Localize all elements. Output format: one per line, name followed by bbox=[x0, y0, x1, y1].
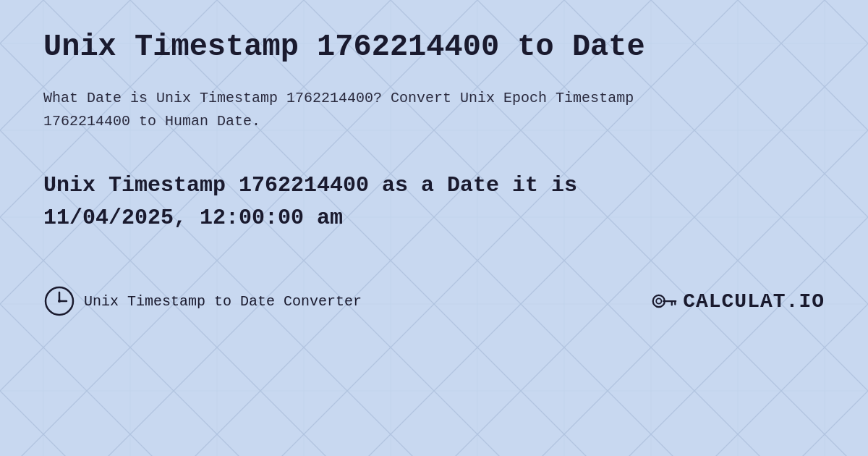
footer-link-label[interactable]: Unix Timestamp to Date Converter bbox=[84, 293, 362, 310]
page-title: Unix Timestamp 1762214400 to Date bbox=[43, 29, 825, 65]
result-section: Unix Timestamp 1762214400 as a Date it i… bbox=[43, 169, 825, 235]
footer-left[interactable]: Unix Timestamp to Date Converter bbox=[43, 285, 362, 317]
svg-point-13 bbox=[58, 300, 61, 303]
logo-text: CALCULAT.IO bbox=[683, 290, 825, 313]
logo-area: CALCULAT.IO bbox=[651, 288, 825, 314]
logo-icon bbox=[651, 288, 677, 314]
page-description: What Date is Unix Timestamp 1762214400? … bbox=[43, 87, 694, 133]
result-text: Unix Timestamp 1762214400 as a Date it i… bbox=[43, 169, 731, 235]
clock-icon bbox=[43, 285, 75, 317]
footer: Unix Timestamp to Date Converter CALCULA… bbox=[43, 271, 825, 317]
svg-point-18 bbox=[656, 299, 661, 304]
